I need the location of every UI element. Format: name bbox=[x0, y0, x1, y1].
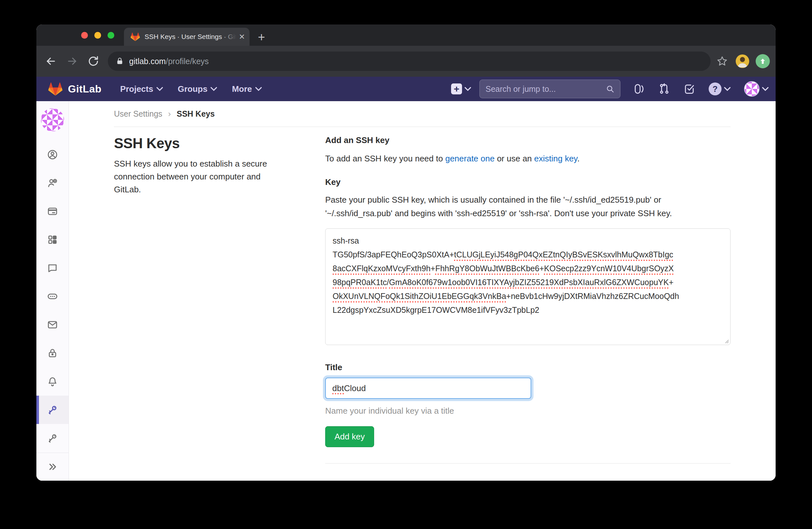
macos-minimize-button[interactable] bbox=[95, 32, 101, 39]
sidebar-item-billing[interactable] bbox=[37, 197, 69, 226]
text-segment: 8acCXFlqKzxoMVcyFxth9h bbox=[333, 264, 431, 273]
text-segment: Cloud bbox=[344, 383, 366, 394]
merge-requests-button[interactable] bbox=[658, 83, 670, 95]
existing-key-link[interactable]: existing key bbox=[534, 154, 577, 163]
title-help-text: Name your individual key via a title bbox=[325, 406, 730, 416]
user-menu-button[interactable] bbox=[744, 81, 769, 97]
text-segment: . bbox=[577, 154, 580, 163]
new-tab-button[interactable]: + bbox=[258, 31, 265, 43]
sidebar-item-notifications[interactable] bbox=[37, 367, 69, 396]
browser-tab[interactable]: SSH Keys · User Settings · GitL ✕ bbox=[124, 28, 249, 46]
sidebar-item-access-tokens[interactable] bbox=[37, 282, 69, 311]
navbar-right-cluster: + Search or jump to... ? bbox=[451, 80, 769, 98]
sidebar-item-chat[interactable] bbox=[37, 254, 69, 282]
add-key-button[interactable]: Add key bbox=[325, 426, 374, 447]
back-button[interactable] bbox=[45, 55, 57, 67]
title-label: Title bbox=[325, 362, 730, 372]
sidebar-item-gpg-keys[interactable] bbox=[37, 424, 69, 452]
sidebar-item-account[interactable] bbox=[37, 169, 69, 197]
breadcrumb-separator: › bbox=[168, 109, 171, 119]
gitlab-logo-icon[interactable] bbox=[48, 82, 63, 96]
resize-handle-icon[interactable] bbox=[724, 338, 729, 343]
help-icon: ? bbox=[709, 83, 722, 95]
user-avatar bbox=[744, 81, 759, 97]
gitlab-top-navbar: GitLab Projects Groups More + Search or … bbox=[37, 77, 775, 101]
gitlab-brand-text[interactable]: GitLab bbox=[68, 83, 101, 95]
macos-close-button[interactable] bbox=[81, 32, 88, 39]
key-help-text: Paste your public SSH key, which is usua… bbox=[325, 193, 730, 220]
text-segment: + bbox=[539, 264, 544, 273]
chevron-down-icon bbox=[762, 86, 769, 92]
breadcrumb-divider bbox=[114, 127, 730, 127]
profile-photo bbox=[736, 55, 749, 68]
text-segment: KOSecp2zz9YcnW10V4UbgrSOyzX bbox=[544, 264, 674, 273]
window-controls bbox=[81, 32, 114, 39]
generate-one-link[interactable]: generate one bbox=[445, 154, 495, 163]
macos-zoom-button[interactable] bbox=[107, 32, 114, 39]
ssh-key-textarea[interactable]: ssh-rsaTG50pfS/3apFEQhEoQ3pS0XtA+tCLUGjL… bbox=[325, 228, 730, 345]
up-arrow-icon bbox=[759, 57, 767, 65]
chevron-down-icon bbox=[724, 86, 730, 92]
screenshot-canvas: { "browser": { "tab": { "title": "SSH Ke… bbox=[0, 0, 812, 529]
address-bar[interactable]: gitlab.com/profile/keys bbox=[108, 52, 711, 71]
nav-menu-more[interactable]: More bbox=[232, 84, 261, 94]
tab-title: SSH Keys · User Settings · GitL bbox=[145, 33, 236, 41]
todos-icon bbox=[683, 83, 695, 95]
url-text: gitlab.com/profile/keys bbox=[129, 57, 209, 66]
text-segment: tCLUGjLEyiJ548gP04QxEZtnQIyBSvESKsxvlhMu… bbox=[454, 250, 673, 259]
sidebar-item-emails[interactable] bbox=[37, 311, 69, 339]
sidebar-item-profile[interactable] bbox=[37, 141, 69, 169]
chevron-down-icon bbox=[157, 86, 163, 92]
page-description: SSH keys allow you to establish a secure… bbox=[114, 157, 288, 196]
nav-menu-projects[interactable]: Projects bbox=[120, 84, 163, 94]
chevron-down-icon bbox=[211, 86, 217, 92]
sidebar-collapse-button[interactable] bbox=[37, 453, 69, 481]
tab-close-icon[interactable]: ✕ bbox=[239, 33, 245, 41]
text-segment: +neBvb1cHw9yjDXtRMiaVhzhz6ZRCucMooQdh bbox=[506, 291, 679, 301]
title-input[interactable]: dbt Cloud bbox=[325, 377, 531, 399]
merge-requests-icon bbox=[658, 83, 670, 95]
main-content: User Settings › SSH Keys SSH Keys SSH ke… bbox=[69, 101, 775, 481]
billing-icon bbox=[47, 206, 58, 217]
forward-button[interactable] bbox=[66, 55, 78, 67]
search-icon bbox=[606, 85, 614, 93]
ssh-keys-icon bbox=[47, 404, 58, 415]
issues-button[interactable] bbox=[633, 83, 645, 95]
help-menu-button[interactable]: ? bbox=[709, 83, 730, 95]
add-ssh-key-form: Add an SSH key To add an SSH key you nee… bbox=[325, 135, 730, 463]
sidebar-item-applications[interactable] bbox=[37, 226, 69, 254]
nav-menu-groups[interactable]: Groups bbox=[178, 84, 217, 94]
sidebar-item-ssh-keys[interactable] bbox=[37, 396, 69, 424]
chevron-down-icon bbox=[255, 86, 262, 92]
breadcrumb-user-settings[interactable]: User Settings bbox=[114, 109, 162, 118]
bookmark-star-icon[interactable] bbox=[716, 55, 728, 67]
browser-profile-avatar[interactable] bbox=[736, 55, 749, 68]
form-intro: To add an SSH key you need to generate o… bbox=[325, 154, 730, 164]
ssh-key-line: TG50pfS/3apFEQhEoQ3pS0XtA+tCLUGjLEyiJ548… bbox=[333, 248, 723, 262]
text-segment: FhhRgY8ObWuJtWBBcKbe6 bbox=[435, 264, 539, 273]
ssh-key-line: 8acCXFlqKzxoMVcyFxth9h+FhhRgY8ObWuJtWBBc… bbox=[333, 262, 723, 275]
account-icon bbox=[47, 177, 58, 188]
reload-button[interactable] bbox=[87, 55, 100, 67]
form-heading: Add an SSH key bbox=[325, 135, 730, 145]
breadcrumb-ssh-keys: SSH Keys bbox=[177, 109, 215, 118]
gitlab-favicon-icon bbox=[130, 32, 140, 42]
sidebar-item-password[interactable] bbox=[37, 339, 69, 367]
page-title: SSH Keys bbox=[114, 135, 325, 152]
https-lock-icon bbox=[116, 57, 124, 66]
text-segment: or use an bbox=[495, 154, 534, 163]
section-summary: SSH Keys SSH keys allow you to establish… bbox=[114, 135, 325, 463]
search-placeholder: Search or jump to... bbox=[485, 84, 606, 94]
text-segment: L22dgspYxcZsuXD5kgrpE17OWCVM8e1ifVFyv3zT… bbox=[333, 305, 539, 314]
search-input[interactable]: Search or jump to... bbox=[479, 80, 621, 98]
new-menu-button[interactable]: + bbox=[451, 83, 471, 95]
ssh-key-line: L22dgspYxcZsuXD5kgrpE17OWCVM8e1ifVFyv3zT… bbox=[333, 303, 723, 317]
text-segment: GmA8oK0f679w1oob0VI16TIXYAyjbZIZ55219XdP… bbox=[389, 278, 669, 287]
applications-icon bbox=[47, 234, 58, 245]
user-avatar bbox=[41, 108, 64, 131]
form-bottom-divider bbox=[325, 463, 730, 463]
text-segment: + bbox=[431, 264, 435, 273]
todos-button[interactable] bbox=[683, 83, 695, 95]
settings-sidebar bbox=[37, 101, 69, 481]
browser-update-button[interactable] bbox=[756, 54, 770, 68]
